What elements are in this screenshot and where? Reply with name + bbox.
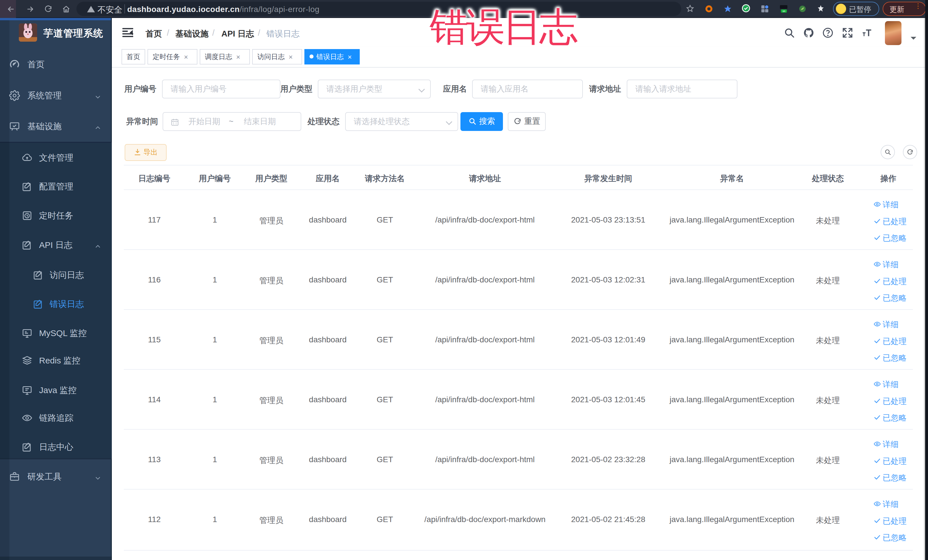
svg-text:on: on — [783, 10, 785, 12]
